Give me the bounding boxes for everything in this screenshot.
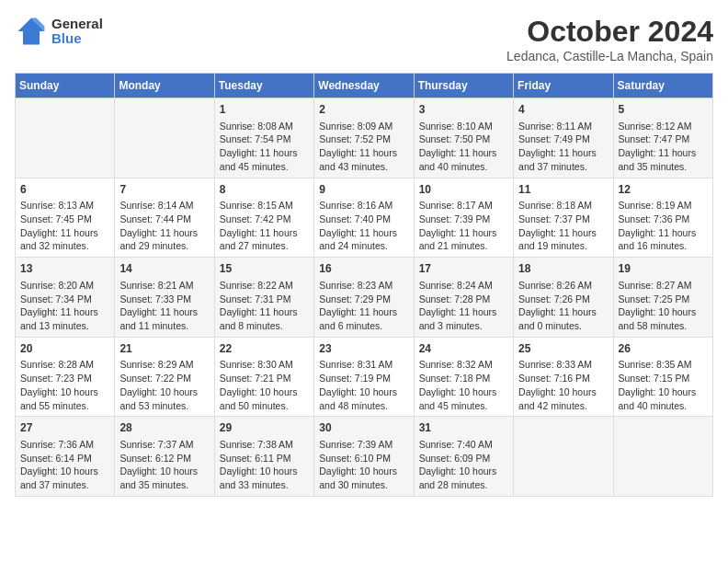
day-number: 5 [619, 102, 708, 118]
calendar-cell: 9Sunrise: 8:16 AM Sunset: 7:40 PM Daylig… [314, 178, 414, 258]
calendar-cell: 20Sunrise: 8:28 AM Sunset: 7:23 PM Dayli… [16, 337, 115, 417]
calendar-cell: 26Sunrise: 8:35 AM Sunset: 7:15 PM Dayli… [613, 337, 712, 417]
day-number: 17 [419, 261, 508, 277]
day-number: 23 [319, 341, 408, 357]
title-section: October 2024 Ledanca, Castille-La Mancha… [506, 15, 713, 63]
cell-content: Sunrise: 8:20 AM Sunset: 7:34 PM Dayligh… [20, 279, 109, 333]
cell-content: Sunrise: 8:21 AM Sunset: 7:33 PM Dayligh… [119, 279, 209, 333]
cell-content: Sunrise: 7:38 AM Sunset: 6:11 PM Dayligh… [220, 438, 309, 492]
calendar-cell: 4Sunrise: 8:11 AM Sunset: 7:49 PM Daylig… [514, 98, 613, 178]
day-number: 25 [518, 341, 608, 357]
day-number: 26 [619, 341, 708, 357]
cell-content: Sunrise: 7:37 AM Sunset: 6:12 PM Dayligh… [119, 438, 209, 492]
calendar-cell: 16Sunrise: 8:23 AM Sunset: 7:29 PM Dayli… [314, 258, 414, 338]
day-number: 11 [518, 182, 608, 198]
cell-content: Sunrise: 8:22 AM Sunset: 7:31 PM Dayligh… [220, 279, 309, 333]
day-number: 9 [319, 182, 408, 198]
day-number: 10 [419, 182, 508, 198]
calendar-cell: 5Sunrise: 8:12 AM Sunset: 7:47 PM Daylig… [613, 98, 712, 178]
cell-content: Sunrise: 8:29 AM Sunset: 7:22 PM Dayligh… [119, 358, 209, 412]
day-number: 3 [419, 102, 508, 118]
month-title: October 2024 [506, 15, 713, 49]
day-number: 20 [20, 341, 109, 357]
calendar-cell [115, 98, 214, 178]
day-number: 8 [220, 182, 309, 198]
calendar-cell: 22Sunrise: 8:30 AM Sunset: 7:21 PM Dayli… [214, 337, 313, 417]
weekday-header: Friday [514, 74, 613, 98]
logo-text: General Blue [51, 17, 103, 47]
calendar-cell: 2Sunrise: 8:09 AM Sunset: 7:52 PM Daylig… [314, 98, 414, 178]
calendar-cell: 19Sunrise: 8:27 AM Sunset: 7:25 PM Dayli… [613, 258, 712, 338]
calendar-cell: 29Sunrise: 7:38 AM Sunset: 6:11 PM Dayli… [214, 417, 313, 497]
day-number: 21 [119, 341, 209, 357]
cell-content: Sunrise: 8:33 AM Sunset: 7:16 PM Dayligh… [518, 358, 608, 412]
day-number: 18 [518, 261, 608, 277]
weekday-header: Wednesday [314, 74, 414, 98]
day-number: 2 [319, 102, 408, 118]
calendar-week-row: 1Sunrise: 8:08 AM Sunset: 7:54 PM Daylig… [16, 98, 713, 178]
day-number: 14 [119, 261, 209, 277]
cell-content: Sunrise: 7:39 AM Sunset: 6:10 PM Dayligh… [319, 438, 408, 492]
calendar-cell: 1Sunrise: 8:08 AM Sunset: 7:54 PM Daylig… [214, 98, 313, 178]
cell-content: Sunrise: 7:36 AM Sunset: 6:14 PM Dayligh… [20, 438, 109, 492]
day-number: 4 [518, 102, 608, 118]
calendar-cell: 7Sunrise: 8:14 AM Sunset: 7:44 PM Daylig… [115, 178, 214, 258]
calendar-cell: 14Sunrise: 8:21 AM Sunset: 7:33 PM Dayli… [115, 258, 214, 338]
page-header: General Blue October 2024 Ledanca, Casti… [15, 15, 713, 63]
cell-content: Sunrise: 8:27 AM Sunset: 7:25 PM Dayligh… [619, 279, 708, 333]
logo: General Blue [15, 15, 103, 48]
cell-content: Sunrise: 8:12 AM Sunset: 7:47 PM Dayligh… [619, 120, 708, 174]
calendar-cell: 27Sunrise: 7:36 AM Sunset: 6:14 PM Dayli… [16, 417, 115, 497]
cell-content: Sunrise: 7:40 AM Sunset: 6:09 PM Dayligh… [419, 438, 508, 492]
day-number: 24 [419, 341, 508, 357]
calendar-cell: 3Sunrise: 8:10 AM Sunset: 7:50 PM Daylig… [414, 98, 513, 178]
day-number: 16 [319, 261, 408, 277]
cell-content: Sunrise: 8:13 AM Sunset: 7:45 PM Dayligh… [20, 199, 109, 253]
day-number: 27 [20, 420, 109, 436]
day-number: 6 [20, 182, 109, 198]
weekday-header: Tuesday [214, 74, 313, 98]
day-number: 1 [220, 102, 309, 118]
day-number: 29 [220, 420, 309, 436]
day-number: 13 [20, 261, 109, 277]
calendar-cell: 6Sunrise: 8:13 AM Sunset: 7:45 PM Daylig… [16, 178, 115, 258]
day-number: 15 [220, 261, 309, 277]
calendar-cell: 28Sunrise: 7:37 AM Sunset: 6:12 PM Dayli… [115, 417, 214, 497]
calendar-cell: 15Sunrise: 8:22 AM Sunset: 7:31 PM Dayli… [214, 258, 313, 338]
day-number: 7 [119, 182, 209, 198]
calendar-cell [514, 417, 613, 497]
cell-content: Sunrise: 8:17 AM Sunset: 7:39 PM Dayligh… [419, 199, 508, 253]
calendar-cell: 21Sunrise: 8:29 AM Sunset: 7:22 PM Dayli… [115, 337, 214, 417]
calendar-cell: 25Sunrise: 8:33 AM Sunset: 7:16 PM Dayli… [514, 337, 613, 417]
day-number: 19 [619, 261, 708, 277]
logo-blue: Blue [51, 31, 103, 47]
cell-content: Sunrise: 8:23 AM Sunset: 7:29 PM Dayligh… [319, 279, 408, 333]
cell-content: Sunrise: 8:30 AM Sunset: 7:21 PM Dayligh… [220, 358, 309, 412]
cell-content: Sunrise: 8:18 AM Sunset: 7:37 PM Dayligh… [518, 199, 608, 253]
cell-content: Sunrise: 8:10 AM Sunset: 7:50 PM Dayligh… [419, 120, 508, 174]
day-number: 30 [319, 420, 408, 436]
weekday-header: Monday [115, 74, 214, 98]
cell-content: Sunrise: 8:31 AM Sunset: 7:19 PM Dayligh… [319, 358, 408, 412]
calendar-cell: 24Sunrise: 8:32 AM Sunset: 7:18 PM Dayli… [414, 337, 513, 417]
weekday-header: Thursday [414, 74, 513, 98]
calendar-table: SundayMondayTuesdayWednesdayThursdayFrid… [15, 73, 713, 497]
cell-content: Sunrise: 8:32 AM Sunset: 7:18 PM Dayligh… [419, 358, 508, 412]
cell-content: Sunrise: 8:11 AM Sunset: 7:49 PM Dayligh… [518, 120, 608, 174]
calendar-week-row: 13Sunrise: 8:20 AM Sunset: 7:34 PM Dayli… [16, 258, 713, 338]
calendar-week-row: 6Sunrise: 8:13 AM Sunset: 7:45 PM Daylig… [16, 178, 713, 258]
cell-content: Sunrise: 8:16 AM Sunset: 7:40 PM Dayligh… [319, 199, 408, 253]
calendar-cell: 30Sunrise: 7:39 AM Sunset: 6:10 PM Dayli… [314, 417, 414, 497]
day-number: 31 [419, 420, 508, 436]
logo-icon [15, 15, 48, 48]
calendar-cell: 8Sunrise: 8:15 AM Sunset: 7:42 PM Daylig… [214, 178, 313, 258]
calendar-cell: 10Sunrise: 8:17 AM Sunset: 7:39 PM Dayli… [414, 178, 513, 258]
cell-content: Sunrise: 8:26 AM Sunset: 7:26 PM Dayligh… [518, 279, 608, 333]
calendar-cell: 18Sunrise: 8:26 AM Sunset: 7:26 PM Dayli… [514, 258, 613, 338]
day-number: 22 [220, 341, 309, 357]
cell-content: Sunrise: 8:08 AM Sunset: 7:54 PM Dayligh… [220, 120, 309, 174]
day-number: 28 [119, 420, 209, 436]
calendar-cell: 31Sunrise: 7:40 AM Sunset: 6:09 PM Dayli… [414, 417, 513, 497]
calendar-cell: 13Sunrise: 8:20 AM Sunset: 7:34 PM Dayli… [16, 258, 115, 338]
calendar-cell [613, 417, 712, 497]
